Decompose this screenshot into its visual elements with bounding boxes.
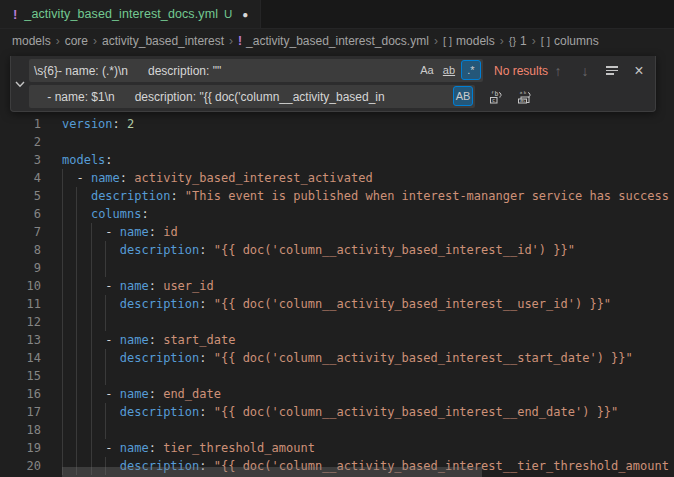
line-number[interactable]: 4 (0, 169, 41, 187)
line-number[interactable]: 10 (0, 277, 41, 295)
preserve-case-button[interactable]: AB (453, 86, 473, 106)
indent-guide (105, 295, 106, 313)
line-number[interactable]: 9 (0, 259, 41, 277)
code-line[interactable]: 9 (0, 259, 674, 277)
indent-guide (62, 439, 63, 457)
breadcrumb-item[interactable]: [ ]models (443, 34, 495, 48)
code-line[interactable]: 10 - name: user_id (0, 277, 674, 295)
code-text: description: "This event is published wh… (62, 187, 674, 205)
selection-icon (606, 66, 618, 75)
breadcrumb-item[interactable]: {}1 (509, 34, 527, 48)
code-line[interactable]: 2 (0, 133, 674, 151)
line-number[interactable]: 14 (0, 349, 41, 367)
code-line[interactable]: 4 - name: activity_based_interest_activa… (0, 169, 674, 187)
breadcrumb-item[interactable]: !_activity_based_interest_docs.yml (238, 34, 429, 48)
replace-all-button[interactable]: ᵃᵇ ac (515, 87, 535, 107)
dirty-indicator-icon[interactable]: ● (242, 9, 248, 20)
code-line[interactable]: 14 description: "{{ doc('column__activit… (0, 349, 674, 367)
indent-guide (62, 205, 63, 223)
code-line[interactable]: 17 description: "{{ doc('column__activit… (0, 403, 674, 421)
token: "{{ doc('column__activity_based_interest… (214, 351, 633, 365)
breadcrumb-item[interactable]: activity_based_interest (102, 34, 224, 48)
indent-guide (62, 385, 63, 403)
indent-guide (91, 277, 92, 295)
find-in-selection-button[interactable] (602, 61, 622, 81)
breadcrumb-item[interactable]: core (65, 34, 88, 48)
token: name (91, 171, 120, 185)
code-line[interactable]: 8 description: "{{ doc('column__activity… (0, 241, 674, 259)
code-line[interactable]: 11 description: "{{ doc('column__activit… (0, 295, 674, 313)
indent-guide (76, 241, 77, 259)
tab-bar: ! _activity_based_interest_docs.yml U ● (0, 0, 674, 29)
indent-guide (62, 421, 63, 439)
line-number[interactable]: 20 (0, 457, 41, 475)
token: : (199, 243, 213, 257)
vscode-window: ! _activity_based_interest_docs.yml U ● … (0, 0, 674, 477)
token: - (62, 171, 91, 185)
code-line[interactable]: 1version: 2 (0, 115, 674, 133)
horizontal-scrollbar[interactable] (62, 467, 482, 477)
code-text: description: "{{ doc('column__activity_b… (62, 241, 674, 259)
line-number[interactable]: 18 (0, 421, 41, 439)
code-line[interactable]: 15 (0, 367, 674, 385)
code-line[interactable]: 13 - name: start_date (0, 331, 674, 349)
token: : (199, 405, 213, 419)
breadcrumb-label: models (12, 34, 51, 48)
find-input[interactable]: \s{6}- name: (.*)\n description: "" Aa a… (29, 59, 483, 82)
breadcrumb-item[interactable]: models (12, 34, 51, 48)
replace-button[interactable]: ᶠb c (486, 87, 506, 107)
regex-button[interactable]: .* (461, 60, 481, 80)
toggle-replace-button[interactable] (11, 56, 29, 111)
token: description (120, 405, 199, 419)
code-line[interactable]: 18 (0, 421, 674, 439)
line-number[interactable]: 11 (0, 295, 41, 313)
replace-input[interactable]: - name: $1\n description: "{{ doc('colum… (29, 85, 475, 108)
close-find-widget-button[interactable]: × (629, 61, 649, 81)
indent-guide (91, 439, 92, 457)
indent-guide (62, 169, 63, 187)
match-case-button[interactable]: Aa (417, 60, 437, 80)
find-row: \s{6}- name: (.*)\n description: "" Aa a… (29, 59, 651, 82)
line-number[interactable]: 2 (0, 133, 41, 151)
token: name (120, 279, 149, 293)
token: id (163, 225, 177, 239)
breadcrumb: models›core›activity_based_interest›!_ac… (0, 29, 674, 52)
whole-word-button[interactable]: ab (439, 60, 459, 80)
next-match-button[interactable]: ↓ (575, 61, 595, 81)
previous-match-button[interactable]: ↑ (548, 61, 568, 81)
code-text: - name: tier_threshold_amount (62, 439, 674, 457)
line-number[interactable]: 15 (0, 367, 41, 385)
token: : (113, 117, 127, 131)
editor-tab[interactable]: ! _activity_based_interest_docs.yml U ● (0, 0, 261, 28)
code-line[interactable]: 19 - name: tier_threshold_amount (0, 439, 674, 457)
code-text (62, 367, 674, 385)
token: "{{ doc('column__activity_based_interest… (214, 243, 575, 257)
line-number[interactable]: 13 (0, 331, 41, 349)
code-line[interactable]: 16 - name: end_date (0, 385, 674, 403)
code-line[interactable]: 7 - name: id (0, 223, 674, 241)
replace-all-icon: ᵃᵇ ac (516, 89, 533, 105)
line-number[interactable]: 8 (0, 241, 41, 259)
array-icon: [ ] (541, 35, 550, 47)
svg-text:c: c (492, 97, 495, 103)
replace-actions: ᶠb c ᵃᵇ (486, 87, 535, 107)
line-number[interactable]: 19 (0, 439, 41, 457)
line-number[interactable]: 17 (0, 403, 41, 421)
line-number[interactable]: 5 (0, 187, 41, 205)
code-line[interactable]: 12 (0, 313, 674, 331)
token: description (120, 297, 199, 311)
indent-guide (62, 223, 63, 241)
line-number[interactable]: 3 (0, 151, 41, 169)
code-line[interactable]: 6 columns: (0, 205, 674, 223)
line-number[interactable]: 6 (0, 205, 41, 223)
indent-guide (91, 331, 92, 349)
token: : (105, 153, 112, 167)
code-line[interactable]: 3models: (0, 151, 674, 169)
code-line[interactable]: 5 description: "This event is published … (0, 187, 674, 205)
line-number[interactable]: 7 (0, 223, 41, 241)
line-number[interactable]: 1 (0, 115, 41, 133)
breadcrumb-item[interactable]: [ ]columns (541, 34, 599, 48)
line-number[interactable]: 12 (0, 313, 41, 331)
line-number[interactable]: 16 (0, 385, 41, 403)
editor-pane[interactable]: 1version: 223models:4 - name: activity_b… (0, 52, 674, 477)
